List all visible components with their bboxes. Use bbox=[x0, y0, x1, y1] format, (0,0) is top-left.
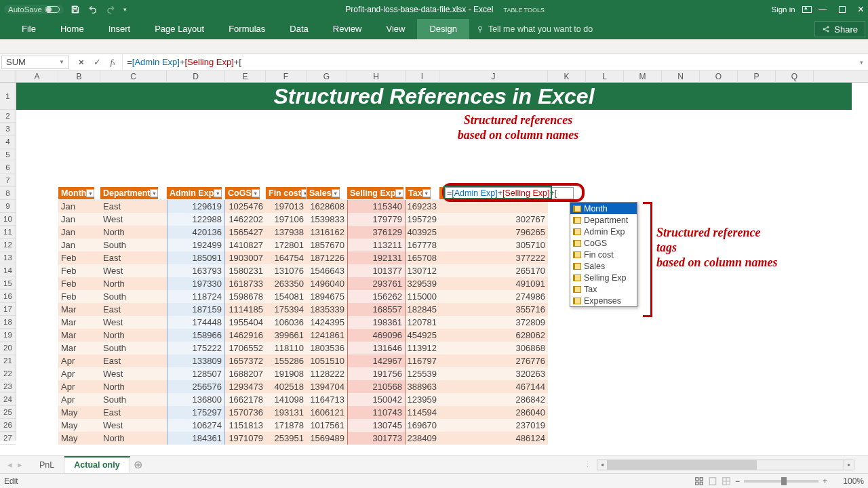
table-cell[interactable]: Apr bbox=[58, 380, 100, 393]
column-header[interactable]: O bbox=[700, 70, 738, 83]
table-cell[interactable]: 1569489 bbox=[307, 432, 347, 445]
table-cell[interactable]: 265170 bbox=[439, 264, 548, 277]
table-cell[interactable]: Feb bbox=[58, 264, 100, 277]
row-header[interactable]: 9 bbox=[0, 200, 16, 213]
table-cell[interactable]: 1598678 bbox=[225, 290, 266, 303]
table-cell[interactable]: 128507 bbox=[167, 367, 225, 380]
table-cell[interactable]: 1706552 bbox=[225, 342, 266, 354]
row-header[interactable]: 27 bbox=[0, 432, 16, 445]
column-header[interactable]: N bbox=[662, 70, 700, 83]
row-header[interactable]: 24 bbox=[0, 393, 16, 406]
cell-formula-overlay[interactable]: =[Admin Exp]+[Selling Exp]+[ bbox=[445, 187, 574, 199]
column-header[interactable]: G bbox=[307, 70, 347, 83]
filter-dropdown-icon[interactable]: ▼ bbox=[252, 189, 260, 197]
table-cell[interactable]: East bbox=[100, 303, 167, 316]
row-header[interactable]: 18 bbox=[0, 316, 16, 329]
table-cell[interactable]: 110743 bbox=[347, 406, 406, 419]
tab-data[interactable]: Data bbox=[277, 19, 320, 39]
signin-link[interactable]: Sign in bbox=[771, 5, 795, 14]
tab-page-layout[interactable]: Page Layout bbox=[142, 19, 216, 39]
view-page-break-icon[interactable] bbox=[722, 476, 731, 486]
table-cell[interactable]: 191908 bbox=[266, 367, 307, 380]
tab-formulas[interactable]: Formulas bbox=[216, 19, 277, 39]
table-cell[interactable]: East bbox=[100, 200, 167, 213]
row-header[interactable]: 16 bbox=[0, 290, 16, 303]
table-cell[interactable]: 1316162 bbox=[307, 226, 347, 239]
table-cell[interactable]: 125539 bbox=[406, 367, 439, 380]
table-header[interactable]: Department▼ bbox=[100, 187, 167, 200]
table-cell[interactable]: Jan bbox=[58, 226, 100, 239]
filter-dropdown-icon[interactable]: ▼ bbox=[422, 189, 431, 197]
table-cell[interactable]: 1151813 bbox=[225, 419, 266, 432]
column-header[interactable]: K bbox=[548, 70, 586, 83]
table-cell[interactable]: 154081 bbox=[266, 290, 307, 303]
table-cell[interactable]: West bbox=[100, 316, 167, 329]
table-cell[interactable]: 115000 bbox=[406, 290, 439, 303]
table-cell[interactable]: 1955404 bbox=[225, 316, 266, 329]
table-cell[interactable]: 1903007 bbox=[225, 251, 266, 264]
zoom-level[interactable]: 100% bbox=[831, 476, 864, 486]
table-cell[interactable]: Jan bbox=[58, 239, 100, 251]
intellisense-item[interactable]: Admin Exp bbox=[570, 226, 637, 237]
table-cell[interactable]: 403925 bbox=[406, 226, 439, 239]
filter-dropdown-icon[interactable]: ▼ bbox=[150, 189, 158, 197]
tab-home[interactable]: Home bbox=[48, 19, 96, 39]
table-cell[interactable]: 628062 bbox=[439, 329, 548, 342]
table-cell[interactable]: 286040 bbox=[439, 406, 548, 419]
table-cell[interactable]: 1657372 bbox=[225, 354, 266, 367]
table-cell[interactable]: 175297 bbox=[167, 406, 225, 419]
table-cell[interactable]: Feb bbox=[58, 277, 100, 290]
row-header[interactable]: 13 bbox=[0, 251, 16, 264]
cancel-formula-icon[interactable]: × bbox=[79, 57, 84, 67]
column-header[interactable]: C bbox=[100, 70, 167, 83]
filter-dropdown-icon[interactable]: ▼ bbox=[214, 189, 222, 197]
row-header[interactable]: 7 bbox=[0, 174, 16, 187]
intellisense-dropdown[interactable]: MonthDepartmentAdmin ExpCoGSFin costSale… bbox=[570, 202, 637, 307]
filter-dropdown-icon[interactable]: ▼ bbox=[86, 189, 94, 197]
table-cell[interactable]: North bbox=[100, 277, 167, 290]
filter-dropdown-icon[interactable]: ▼ bbox=[332, 189, 340, 197]
table-cell[interactable]: 1871226 bbox=[307, 251, 347, 264]
table-cell[interactable]: 1051510 bbox=[307, 354, 347, 367]
table-cell[interactable]: 329539 bbox=[406, 277, 439, 290]
redo-icon[interactable] bbox=[106, 5, 115, 14]
intellisense-item[interactable]: Fin cost bbox=[570, 249, 637, 260]
table-cell[interactable]: 1017561 bbox=[307, 419, 347, 432]
formula-expand-icon[interactable]: ▾ bbox=[854, 59, 868, 66]
table-cell[interactable]: 106274 bbox=[167, 419, 225, 432]
table-cell[interactable]: 302767 bbox=[439, 213, 548, 226]
table-cell[interactable]: 191756 bbox=[347, 367, 406, 380]
table-cell[interactable]: 237019 bbox=[439, 419, 548, 432]
table-cell[interactable]: 491091 bbox=[439, 277, 548, 290]
table-cell[interactable]: 133809 bbox=[167, 354, 225, 367]
table-cell[interactable]: 182845 bbox=[406, 303, 439, 316]
table-cell[interactable]: 114594 bbox=[406, 406, 439, 419]
column-header[interactable]: D bbox=[167, 70, 225, 83]
table-cell[interactable]: 1424395 bbox=[307, 316, 347, 329]
table-cell[interactable]: 1971079 bbox=[225, 432, 266, 445]
table-cell[interactable]: 179779 bbox=[347, 213, 406, 226]
table-cell[interactable]: 192499 bbox=[167, 239, 225, 251]
table-cell[interactable]: Mar bbox=[58, 329, 100, 342]
table-cell[interactable]: 1606121 bbox=[307, 406, 347, 419]
table-cell[interactable]: 101377 bbox=[347, 264, 406, 277]
sheet-nav-next-icon[interactable]: ▸ bbox=[18, 460, 22, 470]
table-cell[interactable]: 163793 bbox=[167, 264, 225, 277]
table-cell[interactable]: Feb bbox=[58, 290, 100, 303]
table-cell[interactable]: 155286 bbox=[266, 354, 307, 367]
table-cell[interactable]: Mar bbox=[58, 316, 100, 329]
row-header[interactable]: 14 bbox=[0, 264, 16, 277]
table-cell[interactable]: 399661 bbox=[266, 329, 307, 342]
table-cell[interactable]: 1835339 bbox=[307, 303, 347, 316]
table-cell[interactable]: 150042 bbox=[347, 393, 406, 406]
table-cell[interactable]: 306868 bbox=[439, 342, 548, 354]
row-header[interactable]: 21 bbox=[0, 354, 16, 367]
table-cell[interactable]: 210568 bbox=[347, 380, 406, 393]
intellisense-item[interactable]: Tax bbox=[570, 283, 637, 295]
close-icon[interactable]: × bbox=[858, 3, 864, 16]
table-cell[interactable]: 301773 bbox=[347, 432, 406, 445]
filter-dropdown-icon[interactable]: ▼ bbox=[301, 189, 307, 197]
table-cell[interactable]: West bbox=[100, 264, 167, 277]
column-header[interactable]: I bbox=[406, 70, 439, 83]
spreadsheet-grid[interactable]: ABCDEFGHIJKLMNOPQ 1234567891011121314151… bbox=[0, 70, 868, 473]
